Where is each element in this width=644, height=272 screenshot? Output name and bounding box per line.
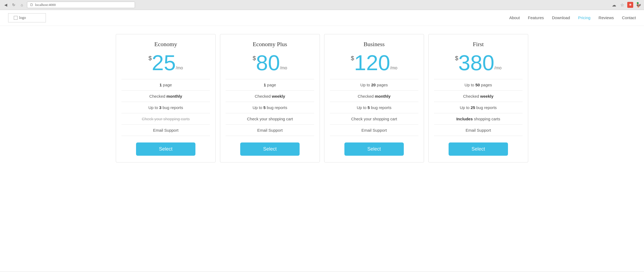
feature-item: Email Support xyxy=(226,125,314,136)
feature-item: Up to 25 bug reports xyxy=(434,102,523,113)
plan-name: First xyxy=(473,41,484,48)
feature-item: Check your shopping cart xyxy=(330,113,418,125)
page-icon: 🗋 xyxy=(30,3,33,7)
select-button[interactable]: Select xyxy=(449,142,508,156)
nav-item-features[interactable]: Features xyxy=(528,15,544,20)
price-dollar: $ xyxy=(148,55,152,62)
nav-item-pricing[interactable]: Pricing xyxy=(578,15,591,20)
feature-item: Email Support xyxy=(121,125,210,136)
plan-name: Economy xyxy=(154,41,177,48)
cloud-icon[interactable]: ☁ xyxy=(611,2,617,8)
price-block: $80/mo xyxy=(253,52,287,74)
feature-item: Checked weekly xyxy=(434,91,523,102)
price-per: /mo xyxy=(494,66,502,70)
price-block: $120/mo xyxy=(351,52,397,74)
feature-item: Up to 50 pages xyxy=(434,79,523,91)
site: logo About Features Download Pricing Rev… xyxy=(0,10,644,271)
nav-item-about[interactable]: About xyxy=(509,15,520,20)
nav-link-contact[interactable]: Contact xyxy=(622,15,636,20)
url-text: localhost:4000 xyxy=(35,3,56,7)
home-button[interactable]: ⌂ xyxy=(19,2,25,8)
nav-link-pricing[interactable]: Pricing xyxy=(578,15,591,20)
logo-icon xyxy=(14,16,18,20)
browser-chrome: ◀ ↻ ⌂ 🗋 localhost:4000 ☁ ☆ ✳ 🦆 xyxy=(0,0,644,10)
feature-item: Up to 20 pages xyxy=(330,79,418,91)
browser-icons-right: ☁ ☆ ✳ 🦆 xyxy=(611,2,641,8)
feature-item: Check your shopping cart xyxy=(226,113,314,125)
nav-link-reviews[interactable]: Reviews xyxy=(599,15,614,20)
nav-item-contact[interactable]: Contact xyxy=(622,15,636,20)
refresh-button[interactable]: ↻ xyxy=(11,2,17,8)
features-list: Up to 20 pagesChecked monthlyUp to 5 bug… xyxy=(330,79,418,136)
feature-item: Up to 3 bug reports xyxy=(121,102,210,113)
pricing-card-economy-plus: Economy Plus$80/mo1 pageChecked weeklyUp… xyxy=(220,34,320,162)
feature-item: Checked weekly xyxy=(226,91,314,102)
nav-item-reviews[interactable]: Reviews xyxy=(599,15,614,20)
select-button[interactable]: Select xyxy=(344,142,404,156)
pricing-card-business: Business$120/moUp to 20 pagesChecked mon… xyxy=(324,34,424,162)
price-dollar: $ xyxy=(455,55,458,62)
address-bar[interactable]: 🗋 localhost:4000 xyxy=(27,2,135,8)
select-button[interactable]: Select xyxy=(136,142,195,156)
price-dollar: $ xyxy=(253,55,256,62)
features-list: 1 pageChecked weeklyUp to 5 bug reportsC… xyxy=(226,79,314,136)
duck-icon[interactable]: 🦆 xyxy=(635,2,641,8)
pricing-card-first: First$380/moUp to 50 pagesChecked weekly… xyxy=(428,34,528,162)
feature-item: 1 page xyxy=(121,79,210,91)
features-list: 1 pageChecked monthlyUp to 3 bug reports… xyxy=(121,79,210,136)
price-dollar: $ xyxy=(351,55,354,62)
extension-icon[interactable]: ✳ xyxy=(627,2,633,8)
feature-item: Up to 5 bug reports xyxy=(226,102,314,113)
feature-item: Up to 5 bug reports xyxy=(330,102,418,113)
price-per: /mo xyxy=(390,66,398,70)
nav-link-features[interactable]: Features xyxy=(528,15,544,20)
feature-item: Email Support xyxy=(330,125,418,136)
logo[interactable]: logo xyxy=(8,13,46,22)
nav-links: About Features Download Pricing Reviews … xyxy=(509,15,636,20)
logo-text: logo xyxy=(19,16,26,20)
feature-item: Checked monthly xyxy=(330,91,418,102)
price-amount: 25 xyxy=(152,52,176,74)
select-button[interactable]: Select xyxy=(240,142,300,156)
pricing-section: Economy$25/mo1 pageChecked monthlyUp to … xyxy=(0,26,644,171)
nav-link-about[interactable]: About xyxy=(509,15,520,20)
nav-link-download[interactable]: Download xyxy=(552,15,570,20)
plan-name: Business xyxy=(364,41,385,48)
feature-item: Includes shopping carts xyxy=(434,113,523,125)
price-per: /mo xyxy=(176,66,183,70)
pricing-card-economy: Economy$25/mo1 pageChecked monthlyUp to … xyxy=(116,34,216,162)
plan-name: Economy Plus xyxy=(253,41,287,48)
feature-item: Check your shopping carts xyxy=(121,113,210,125)
feature-item: Email Support xyxy=(434,125,523,136)
back-button[interactable]: ◀ xyxy=(3,2,9,8)
price-amount: 80 xyxy=(256,52,280,74)
price-block: $380/mo xyxy=(455,52,501,74)
nav-item-download[interactable]: Download xyxy=(552,15,570,20)
features-list: Up to 50 pagesChecked weeklyUp to 25 bug… xyxy=(434,79,523,136)
feature-item: 1 page xyxy=(226,79,314,91)
price-block: $25/mo xyxy=(148,52,183,74)
star-icon[interactable]: ☆ xyxy=(619,2,625,8)
navbar: logo About Features Download Pricing Rev… xyxy=(0,10,644,26)
price-amount: 120 xyxy=(354,52,390,74)
price-amount: 380 xyxy=(458,52,494,74)
price-per: /mo xyxy=(280,66,287,70)
feature-item: Checked monthly xyxy=(121,91,210,102)
